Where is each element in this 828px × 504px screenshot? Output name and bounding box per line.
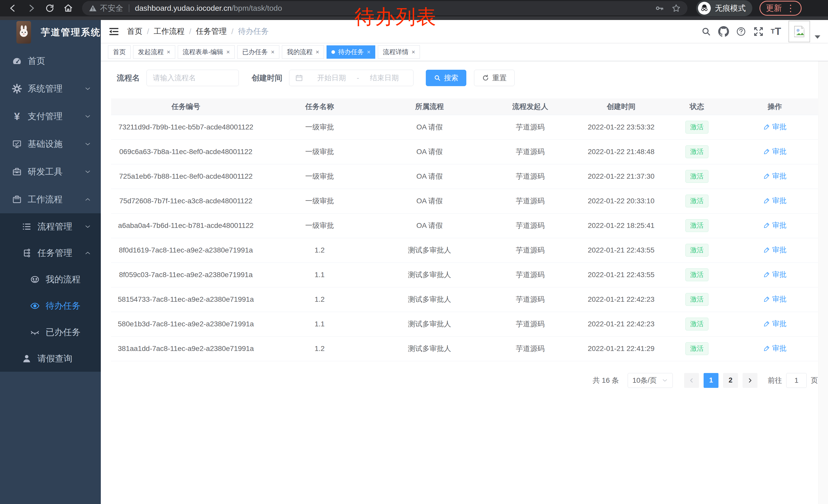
sidebar-item-done-tasks[interactable]: 已办任务 (0, 319, 101, 345)
tab-close-icon[interactable]: × (167, 49, 170, 55)
key-icon[interactable] (655, 4, 664, 12)
fullscreen-icon[interactable] (752, 25, 765, 39)
tab[interactable]: 流程表单-编辑 × (178, 45, 235, 59)
scrollbar-gutter[interactable] (818, 20, 828, 504)
annotation-overlay-text: 待办列表 (355, 4, 437, 31)
process-cell: OA 请假 (379, 139, 481, 164)
breadcrumb-item[interactable]: 首页 (127, 26, 142, 37)
approve-link[interactable]: 审批 (763, 196, 787, 205)
tab-active-dot (331, 50, 335, 54)
approve-link[interactable]: 审批 (763, 270, 787, 279)
star-icon[interactable] (671, 4, 681, 13)
incognito-label: 无痕模式 (715, 3, 746, 13)
sidebar-item-todo-tasks[interactable]: 待办任务 (0, 292, 101, 319)
process-cell: OA 请假 (379, 164, 481, 189)
chevron-down-icon (84, 85, 91, 92)
page-size-select[interactable]: 10条/页 (628, 373, 673, 388)
starter-cell: 芋道源码 (481, 312, 580, 336)
approve-link[interactable]: 审批 (763, 294, 787, 304)
security-label: 不安全 (100, 3, 123, 13)
status-badge: 激活 (686, 194, 708, 207)
page-button-2[interactable]: 2 (723, 373, 738, 388)
back-icon[interactable] (6, 1, 20, 15)
search-button[interactable]: 搜索 (426, 70, 466, 86)
table-row: 725a1eb6-7b88-11ec-8ef0-acde48001122 一级审… (111, 164, 818, 189)
tab-close-icon[interactable]: × (226, 49, 230, 55)
starter-cell: 芋道源码 (481, 263, 580, 287)
goto-page-input[interactable] (786, 373, 807, 388)
approve-link[interactable]: 审批 (763, 147, 787, 156)
prev-page-button[interactable] (684, 373, 699, 388)
task-name-cell: 一级审批 (261, 213, 379, 238)
refresh-icon (482, 74, 489, 82)
approve-link[interactable]: 审批 (763, 171, 787, 181)
chevron-down-icon (84, 113, 91, 120)
tab[interactable]: 发起流程 × (133, 45, 175, 59)
caret-down-icon[interactable] (815, 35, 820, 39)
process-cell: 测试多审批人 (379, 263, 481, 287)
reload-icon[interactable] (43, 1, 57, 15)
tab-close-icon[interactable]: × (316, 49, 319, 55)
security-warning[interactable]: 不安全 (89, 3, 123, 13)
forward-icon[interactable] (24, 1, 38, 15)
approve-link[interactable]: 审批 (763, 245, 787, 255)
created-time-cell: 2022-01-22 20:33:10 (580, 189, 662, 213)
tab-close-icon[interactable]: × (411, 49, 415, 55)
starter-cell: 芋道源码 (481, 336, 580, 361)
col-process: 所属流程 (379, 98, 481, 115)
status-badge: 激活 (686, 219, 708, 232)
tab[interactable]: 流程详情 × (378, 45, 420, 59)
sidebar-item-task-mgmt[interactable]: 任务管理 (0, 240, 101, 266)
process-name-input[interactable] (147, 70, 239, 86)
sidebar-item-home[interactable]: 首页 (0, 47, 101, 75)
page-button-1[interactable]: 1 (704, 373, 718, 388)
next-page-button[interactable] (743, 373, 757, 388)
tab[interactable]: 首页 (108, 45, 131, 59)
breadcrumb-item[interactable]: 任务管理 (196, 26, 227, 37)
sidebar-fold-icon[interactable] (109, 26, 119, 37)
end-date-placeholder: 结束日期 (361, 73, 408, 83)
process-cell: OA 请假 (379, 115, 481, 139)
starter-cell: 芋道源码 (481, 164, 580, 189)
date-range-picker[interactable]: 开始日期 - 结束日期 (289, 70, 413, 86)
process-name-label: 流程名 (117, 73, 140, 83)
tab[interactable]: 我的流程 × (282, 45, 324, 59)
approve-link[interactable]: 审批 (763, 122, 787, 132)
tab-close-icon[interactable]: × (367, 49, 370, 55)
logo-row[interactable]: 芋道管理系统 (0, 20, 101, 45)
sidebar-item-process-mgmt[interactable]: 流程管理 (0, 213, 101, 240)
sidebar-item-infra[interactable]: 基础设施 (0, 130, 101, 158)
approve-link[interactable]: 审批 (763, 221, 787, 230)
sidebar-item-system[interactable]: 系统管理 (0, 75, 101, 102)
sidebar-item-payment[interactable]: ¥ 支付管理 (0, 102, 101, 130)
home-icon[interactable] (61, 1, 75, 15)
sidebar-item-devtools[interactable]: 研发工具 (0, 158, 101, 186)
browser-menu-icon[interactable]: ⋮ (786, 4, 795, 13)
edit-pencil-icon (763, 295, 770, 303)
tab[interactable]: 待办任务 × (327, 45, 375, 59)
edit-pencil-icon (763, 148, 770, 155)
avatar[interactable] (788, 21, 810, 42)
sidebar-item-workflow[interactable]: 工作流程 (0, 186, 101, 213)
update-button[interactable]: 更新 ⋮ (759, 1, 801, 16)
breadcrumb-item[interactable]: 工作流程 (154, 26, 184, 37)
sidebar-item-my-process[interactable]: 我的流程 (0, 266, 101, 292)
tab-close-icon[interactable]: × (271, 49, 275, 55)
col-actions: 操作 (732, 98, 818, 115)
approve-link[interactable]: 审批 (763, 343, 787, 353)
table-row: 73211d9d-7b9b-11ec-b5b7-acde48001122 一级审… (111, 115, 818, 139)
sidebar-item-label: 支付管理 (28, 110, 63, 122)
font-size-icon[interactable]: TT (769, 25, 783, 39)
search-icon[interactable] (699, 25, 713, 39)
task-id-cell: 73211d9d-7b9b-11ec-b5b7-acde48001122 (111, 115, 261, 139)
task-id-cell: 58154733-7ac8-11ec-a9e2-a2380e71991a (111, 287, 261, 312)
sidebar-item-leave-query[interactable]: 请假查询 (0, 345, 101, 372)
tab[interactable]: 已办任务 × (237, 45, 279, 59)
approve-link[interactable]: 审批 (763, 319, 787, 329)
process-cell: OA 请假 (379, 189, 481, 213)
tags-view: 首页 发起流程 × 流程表单-编辑 × 已办任务 × 我的流程 (101, 43, 828, 61)
table-row: 58154733-7ac8-11ec-a9e2-a2380e71991a 1.2… (111, 287, 818, 312)
reset-button[interactable]: 重置 (474, 70, 514, 86)
github-icon[interactable] (717, 25, 731, 39)
help-icon[interactable] (734, 25, 748, 39)
